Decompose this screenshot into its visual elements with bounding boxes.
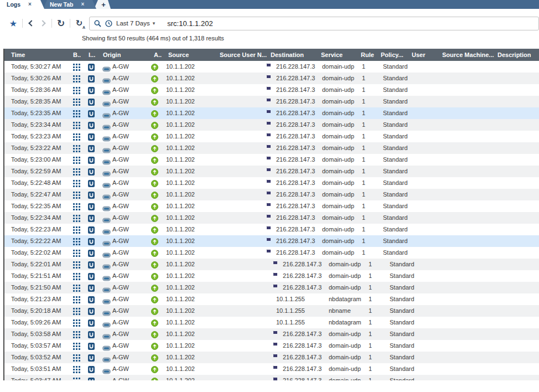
- back-icon[interactable]: [26, 18, 37, 29]
- close-icon[interactable]: ×: [28, 2, 32, 7]
- rule-cell: 1: [362, 84, 365, 96]
- column-header-rule[interactable]: Rule: [361, 49, 374, 61]
- source-cell: 10.1.1.202: [166, 189, 195, 200]
- table-row[interactable]: Today, 5:09:26 AM A-GW: [4, 317, 539, 328]
- origin-cell: A-GW: [112, 247, 129, 259]
- table-row[interactable]: Today, 5:22:48 AM A-GW: [4, 177, 539, 189]
- table-row[interactable]: Today, 5:30:27 AM A-GW: [4, 61, 539, 73]
- time-cell: Today, 5:03:58 AM: [11, 328, 61, 340]
- refresh-icon[interactable]: ↻: [55, 18, 66, 29]
- origin-cell: A-GW: [112, 317, 129, 328]
- service-cell: nbname: [329, 305, 351, 317]
- destination-cell: 10.1.1.255: [276, 317, 305, 328]
- column-header-blade[interactable]: B..: [73, 49, 81, 61]
- table-row[interactable]: Today, 5:23:35 AM A-GW: [4, 107, 539, 119]
- column-header-time[interactable]: Time: [11, 49, 25, 61]
- destination-cell: 216.228.147.3: [283, 340, 322, 352]
- search-bar[interactable]: Last 7 Days ▾ src:10.1.1.202: [89, 17, 539, 30]
- policy-cell: Standard: [383, 235, 408, 247]
- service-cell: domain-udp: [322, 247, 354, 259]
- policy-cell: Standard: [390, 375, 414, 380]
- table-row[interactable]: Today, 5:03:57 AM A-GW: [4, 340, 539, 352]
- blade-grid-icon: [73, 168, 80, 178]
- column-header-suser[interactable]: Source User N...: [220, 49, 267, 61]
- service-cell: domain-udp: [322, 119, 354, 131]
- table-row[interactable]: Today, 5:03:58 AM A-GW: [4, 328, 539, 340]
- table-header: TimeB..I...OriginA..SourceSource User N.…: [4, 49, 539, 61]
- add-tab-button[interactable]: +: [94, 0, 111, 9]
- column-header-policy[interactable]: Policy...: [381, 49, 403, 61]
- blade-grid-icon: [73, 319, 80, 329]
- table-row[interactable]: Today, 5:21:51 AM A-GW: [4, 270, 539, 282]
- log-type-icon: [88, 319, 95, 329]
- column-header-smachine[interactable]: Source Machine...: [442, 49, 494, 61]
- accept-action-icon: [151, 203, 158, 213]
- column-header-dest[interactable]: Destination: [271, 49, 304, 61]
- table-row[interactable]: Today, 5:22:23 AM A-GW: [4, 224, 539, 235]
- log-type-icon: [88, 133, 95, 143]
- rule-cell: 1: [362, 200, 365, 212]
- column-header-user[interactable]: User: [412, 49, 425, 61]
- table-row[interactable]: Today, 5:03:52 AM A-GW: [4, 352, 539, 363]
- policy-cell: Standard: [383, 154, 408, 166]
- destination-cell: 216.228.147.3: [283, 363, 322, 375]
- rule-cell: 1: [362, 235, 365, 247]
- origin-cell: A-GW: [112, 235, 129, 247]
- table-row[interactable]: Today, 5:21:23 AM A-GW: [4, 293, 539, 305]
- auto-refresh-icon[interactable]: ↻A: [74, 18, 85, 29]
- column-header-service[interactable]: Service: [321, 49, 343, 61]
- rule-cell: 1: [369, 293, 372, 305]
- blade-grid-icon: [73, 238, 80, 247]
- accept-action-icon: [151, 331, 158, 341]
- column-header-origin[interactable]: Origin: [103, 49, 121, 61]
- tab-logs[interactable]: Logs ×: [0, 0, 44, 9]
- table-row[interactable]: Today, 5:23:34 AM A-GW: [4, 119, 539, 131]
- blade-grid-icon: [73, 191, 80, 201]
- table-row[interactable]: Today, 5:30:26 AM A-GW: [4, 73, 539, 84]
- table-row[interactable]: Today, 5:22:59 AM A-GW: [4, 166, 539, 177]
- forward-icon[interactable]: [37, 18, 48, 29]
- destination-cell: 216.228.147.3: [276, 212, 315, 224]
- column-header-action[interactable]: A..: [154, 49, 162, 61]
- table-row[interactable]: Today, 5:28:36 AM A-GW: [4, 84, 539, 96]
- close-icon[interactable]: ×: [81, 2, 84, 7]
- accept-action-icon: [151, 121, 158, 131]
- source-cell: 10.1.1.202: [166, 84, 195, 96]
- policy-cell: Standard: [383, 84, 408, 96]
- table-row[interactable]: Today, 5:22:01 AM A-GW: [4, 259, 539, 270]
- time-cell: Today, 5:30:27 AM: [11, 61, 61, 73]
- rule-cell: 1: [362, 61, 365, 73]
- destination-cell: 216.228.147.3: [276, 166, 315, 177]
- chevron-down-icon[interactable]: ▾: [153, 20, 156, 26]
- log-type-icon: [88, 63, 95, 73]
- accept-action-icon: [151, 191, 158, 201]
- table-row[interactable]: Today, 5:21:50 AM A-GW: [4, 282, 539, 293]
- table-row[interactable]: Today, 5:22:34 AM A-GW: [4, 212, 539, 224]
- table-row[interactable]: Today, 5:23:22 AM A-GW: [4, 142, 539, 154]
- favorites-star-icon[interactable]: ★: [8, 18, 19, 29]
- destination-cell: 216.228.147.3: [276, 131, 315, 142]
- column-header-source[interactable]: Source: [168, 49, 189, 61]
- table-row[interactable]: Today, 5:23:23 AM A-GW: [4, 131, 539, 142]
- accept-action-icon: [151, 238, 158, 247]
- table-row[interactable]: Today, 5:22:02 AM A-GW: [4, 247, 539, 259]
- search-query-input[interactable]: src:10.1.1.202: [167, 19, 213, 28]
- table-row[interactable]: Today, 5:20:18 AM A-GW: [4, 305, 539, 317]
- table-row[interactable]: Today, 5:23:00 AM A-GW: [4, 154, 539, 166]
- rule-cell: 1: [362, 247, 365, 259]
- table-row[interactable]: Today, 5:03:51 AM A-GW: [4, 363, 539, 375]
- column-header-desc[interactable]: Description: [497, 49, 531, 61]
- time-range-selector[interactable]: Last 7 Days: [116, 20, 150, 27]
- tab-new-tab[interactable]: New Tab ×: [43, 0, 96, 9]
- table-row[interactable]: Today, 5:22:22 AM A-GW: [4, 235, 539, 247]
- table-row[interactable]: Today, 5:22:47 AM A-GW: [4, 189, 539, 200]
- table-row[interactable]: Today, 5:03:47 AM A-GW: [4, 375, 539, 380]
- log-type-icon: [88, 168, 95, 178]
- destination-cell: 216.228.147.3: [276, 154, 315, 166]
- source-cell: 10.1.1.202: [166, 340, 195, 352]
- accept-action-icon: [151, 249, 158, 259]
- table-row[interactable]: Today, 5:28:35 AM A-GW: [4, 96, 539, 107]
- column-header-type[interactable]: I...: [89, 49, 95, 61]
- table-row[interactable]: Today, 5:22:35 AM A-GW: [4, 200, 539, 212]
- accept-action-icon: [151, 63, 158, 73]
